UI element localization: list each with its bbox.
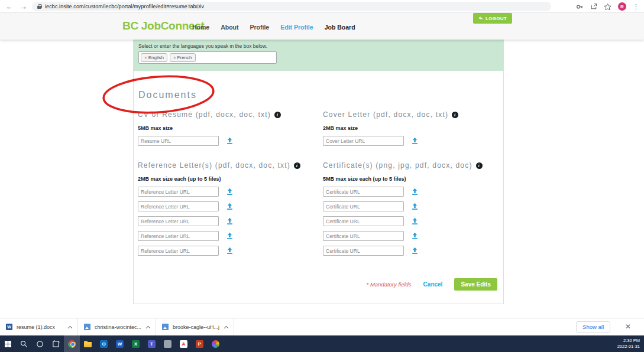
language-tag-label: French — [177, 55, 192, 60]
upload-icon[interactable] — [226, 137, 234, 145]
browser-toolbar: ← → ↻ iecbc.insite.com/custom/iecbc/port… — [0, 0, 644, 13]
nav-about[interactable]: About — [221, 24, 238, 31]
downloads-bar: W resume (1).docx christina-wocintec...j… — [0, 318, 644, 335]
upload-icon[interactable] — [226, 217, 234, 225]
nav-job-board[interactable]: Job Board — [325, 24, 355, 31]
address-bar[interactable]: iecbc.insite.com/custom/iecbc/portal/myp… — [32, 2, 551, 11]
windows-logo-icon — [5, 341, 11, 347]
file-explorer-icon — [84, 342, 92, 347]
info-icon[interactable]: i — [294, 162, 300, 169]
password-key-icon[interactable] — [576, 3, 584, 11]
taskbar-excel-button[interactable]: X — [128, 335, 144, 352]
form-footer: * Mandatory fields Cancel Save Edits — [367, 278, 497, 291]
upload-icon[interactable] — [226, 188, 234, 195]
taskbar-paint-button[interactable] — [208, 335, 224, 352]
certificate-url-input[interactable] — [323, 216, 404, 226]
cover-letter-url-input[interactable] — [323, 136, 404, 146]
upload-icon[interactable] — [411, 232, 419, 240]
language-tag[interactable]: ×English — [141, 53, 167, 62]
taskbar-file-explorer-button[interactable] — [80, 335, 96, 352]
taskbar-calculator-button[interactable] — [160, 335, 176, 352]
cancel-button[interactable]: Cancel — [423, 281, 443, 288]
reference-size-note: 2MB max size each (up to 5 files) — [138, 176, 318, 182]
documents-heading: Documents — [138, 90, 197, 100]
reference-letter-url-input[interactable] — [138, 216, 219, 226]
taskbar-acrobat-button[interactable]: A — [176, 335, 192, 352]
share-icon[interactable] — [590, 3, 597, 10]
certificate-url-input[interactable] — [323, 187, 404, 197]
word-file-icon: W — [6, 324, 12, 330]
logout-button[interactable]: LOGOUT — [473, 13, 512, 24]
nav-home[interactable]: Home — [192, 24, 209, 31]
chevron-up-icon[interactable] — [145, 325, 151, 329]
taskbar-word-button[interactable]: W — [112, 335, 128, 352]
reference-letter-url-input[interactable] — [138, 231, 219, 241]
image-file-icon — [84, 324, 90, 330]
chevron-up-icon[interactable] — [224, 325, 229, 329]
reference-letter-url-input[interactable] — [138, 187, 219, 197]
acrobat-icon: A — [180, 340, 187, 348]
clock-date: 2022-01-31 — [617, 344, 640, 350]
upload-icon[interactable] — [411, 203, 419, 210]
remove-tag-icon[interactable]: × — [173, 55, 176, 60]
profile-avatar[interactable]: R — [618, 2, 626, 11]
certificate-url-input[interactable] — [323, 201, 404, 211]
certificate-url-input[interactable] — [323, 246, 404, 256]
taskbar-chrome-button[interactable] — [64, 335, 80, 352]
upload-icon[interactable] — [226, 203, 234, 210]
upload-icon[interactable] — [226, 247, 234, 255]
upload-icon[interactable] — [411, 188, 419, 195]
download-item[interactable]: christina-wocintec...jpg — [78, 318, 156, 335]
teams-icon: T — [148, 340, 156, 348]
taskbar-powerpoint-button[interactable]: P — [192, 335, 208, 352]
language-tag[interactable]: ×French — [170, 53, 196, 62]
browser-menu-icon[interactable]: ⋮ — [633, 3, 639, 11]
profile-edit-panel: Select or enter the languages you speak … — [133, 40, 504, 304]
cv-resume-title: CV or Resumé (pdf, docx, doc, txt) — [138, 110, 271, 119]
paint-icon — [212, 340, 219, 348]
close-downloads-icon[interactable]: ✕ — [625, 322, 631, 331]
forward-icon[interactable]: → — [20, 3, 27, 10]
upload-icon[interactable] — [411, 217, 419, 225]
taskbar-start-button[interactable] — [0, 335, 16, 352]
taskbar-clock[interactable]: 2:30 PM 2022-01-31 — [617, 338, 644, 350]
certificate-url-input[interactable] — [323, 231, 404, 241]
info-icon[interactable]: i — [452, 112, 458, 118]
reference-letters-section: Reference Letter(s) (pdf, docx, doc, txt… — [138, 161, 318, 256]
nav-edit-profile[interactable]: Edit Profile — [280, 24, 313, 31]
upload-icon[interactable] — [411, 247, 419, 255]
cv-resume-section: CV or Resumé (pdf, docx, doc, txt) i 5MB… — [138, 110, 318, 146]
taskbar-teams-button[interactable]: T — [144, 335, 160, 352]
url-text[interactable]: iecbc.insite.com/custom/iecbc/portal/myp… — [45, 4, 204, 9]
site-header: BC JobConnect Home About Profile Edit Pr… — [0, 13, 644, 40]
remove-tag-icon[interactable]: × — [144, 55, 147, 60]
bookmark-star-icon[interactable] — [604, 3, 611, 11]
upload-icon[interactable] — [226, 232, 234, 240]
reference-letter-url-input[interactable] — [138, 246, 219, 256]
taskbar-search-button[interactable] — [16, 335, 32, 352]
save-edits-button[interactable]: Save Edits — [454, 278, 497, 291]
taskbar-cortana-button[interactable] — [32, 335, 48, 352]
download-item[interactable]: brooke-cagle--uH...jpg — [156, 318, 234, 335]
languages-input[interactable]: ×English ×French — [138, 51, 277, 64]
chrome-icon — [68, 340, 76, 348]
site-nav: Home About Profile Edit Profile Job Boar… — [192, 24, 355, 31]
back-icon[interactable]: ← — [6, 3, 13, 10]
image-file-icon — [162, 324, 169, 330]
certificates-size-note: 5MB max size each (up to 5 files) — [323, 176, 503, 182]
nav-profile[interactable]: Profile — [250, 24, 270, 31]
reference-letter-url-input[interactable] — [138, 201, 219, 211]
cover-letter-title: Cover Letter (pdf, docx, doc, txt) — [323, 110, 448, 119]
chevron-up-icon[interactable] — [67, 325, 73, 329]
download-filename: resume (1).docx — [17, 324, 55, 330]
upload-icon[interactable] — [411, 137, 419, 145]
languages-instruction: Select or enter the languages you speak … — [138, 43, 503, 49]
show-all-downloads-button[interactable]: Show all — [576, 321, 610, 333]
download-item[interactable]: W resume (1).docx — [0, 318, 78, 335]
info-icon[interactable]: i — [274, 112, 281, 118]
info-icon[interactable]: i — [476, 162, 483, 169]
resume-url-input[interactable] — [138, 136, 219, 146]
taskbar-task-view-button[interactable] — [48, 335, 64, 352]
cortana-icon — [36, 340, 44, 348]
taskbar-outlook-button[interactable]: O — [96, 335, 112, 352]
